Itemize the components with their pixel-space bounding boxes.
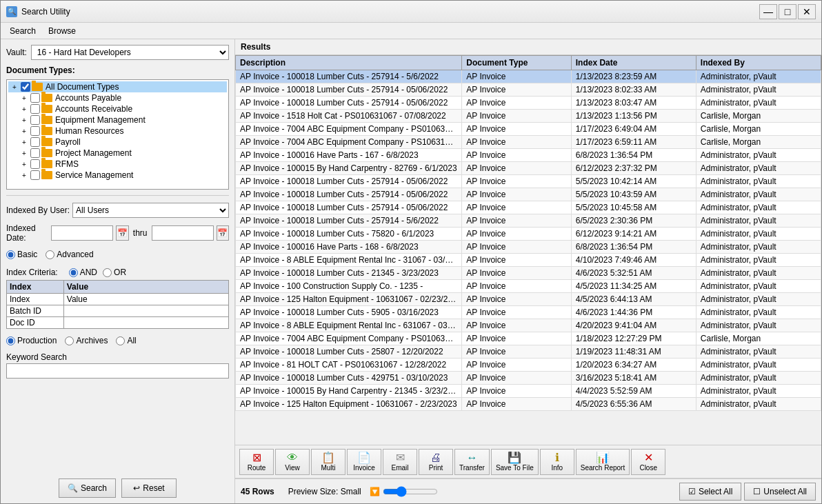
table-row[interactable]: AP Invoice - 100018 Lumber Cuts - 257914…: [236, 83, 821, 97]
results-table-container[interactable]: Description Document Type Index Date Ind…: [235, 55, 821, 445]
table-row[interactable]: AP Invoice - 100018 Lumber Cuts - 257914…: [236, 201, 821, 214]
transfer-button[interactable]: ↔ Transfer: [454, 449, 490, 475]
expand-icon-sm[interactable]: +: [19, 170, 29, 180]
table-row[interactable]: AP Invoice - 100018 Lumber Cuts - 257914…: [236, 214, 821, 228]
checkbox-hr[interactable]: [30, 126, 40, 136]
or-radio-label[interactable]: OR: [103, 268, 126, 277]
checkbox-sm[interactable]: [30, 170, 40, 180]
invoice-button[interactable]: 📄 Invoice: [347, 449, 381, 475]
criteria-value-input-3[interactable]: [67, 318, 225, 327]
tree-item-ap[interactable]: + Accounts Payable: [8, 92, 227, 103]
advanced-radio[interactable]: [46, 250, 54, 259]
table-row[interactable]: AP Invoice - 100016 Have Parts - 168 - 6…: [236, 241, 821, 254]
close-window-button[interactable]: ✕: [798, 4, 816, 19]
checkbox-ar[interactable]: [30, 104, 40, 114]
search-report-button[interactable]: 📊 Search Report: [576, 449, 630, 475]
save-to-file-button[interactable]: 💾 Save To File: [491, 449, 539, 475]
multi-button[interactable]: 📋 Multi: [311, 449, 345, 475]
table-row[interactable]: AP Invoice - 125 Halton Equipment - 1063…: [236, 398, 821, 411]
date-to-picker[interactable]: 📅: [217, 225, 229, 241]
expand-icon-hr[interactable]: +: [19, 126, 29, 136]
table-row[interactable]: AP Invoice - 100018 Lumber Cuts - 257914…: [236, 175, 821, 188]
checkbox-ap[interactable]: [30, 93, 40, 103]
table-row[interactable]: AP Invoice - 100018 Lumber Cuts - 257914…: [236, 188, 821, 201]
table-row[interactable]: AP Invoice - 7004 ABC Equipment Company …: [236, 123, 821, 136]
select-all-button[interactable]: ☑ Select All: [679, 483, 741, 501]
all-radio-label[interactable]: All: [116, 336, 136, 345]
expand-icon-pm[interactable]: +: [19, 148, 29, 158]
indexed-by-select[interactable]: All Users: [72, 203, 229, 218]
table-row[interactable]: AP Invoice - 100018 Lumber Cuts - 5905 -…: [236, 306, 821, 319]
checkbox-rfms[interactable]: [30, 159, 40, 169]
preview-slider[interactable]: [383, 486, 438, 497]
checkbox-payroll[interactable]: [30, 137, 40, 147]
criteria-value-input-2[interactable]: [67, 306, 225, 316]
view-button[interactable]: 👁 View: [275, 449, 310, 475]
close-button[interactable]: ✕ Close: [631, 449, 665, 475]
table-row[interactable]: AP Invoice - 100015 By Hand Carpentry - …: [236, 385, 821, 398]
and-radio-label[interactable]: AND: [69, 268, 97, 277]
expand-icon-equip[interactable]: +: [19, 115, 29, 125]
table-row[interactable]: AP Invoice - 8 ABLE Equipment Rental Inc…: [236, 319, 821, 332]
basic-radio[interactable]: [6, 250, 15, 259]
expand-icon-ap[interactable]: +: [19, 93, 29, 103]
date-from-picker[interactable]: 📅: [116, 225, 128, 241]
tree-item-hr[interactable]: + Human Resources: [8, 125, 227, 137]
report-icon: 📊: [596, 452, 610, 463]
tree-item-pm[interactable]: + Project Management: [8, 148, 227, 159]
basic-radio-label[interactable]: Basic: [6, 250, 37, 259]
checkbox-all[interactable]: [21, 82, 30, 92]
vault-select[interactable]: 16 - Hard Hat Developers: [31, 45, 229, 60]
archives-radio-label[interactable]: Archives: [65, 336, 108, 345]
or-radio[interactable]: [103, 268, 112, 277]
tree-item-sm[interactable]: + Service Management: [8, 170, 227, 181]
table-row[interactable]: AP Invoice - 100018 Lumber Cuts - 257914…: [236, 70, 821, 83]
archives-radio[interactable]: [65, 336, 74, 345]
info-button[interactable]: ℹ Info: [540, 449, 574, 475]
menu-browse[interactable]: Browse: [42, 24, 82, 38]
expand-icon-payroll[interactable]: +: [19, 137, 29, 147]
table-row[interactable]: AP Invoice - 100018 Lumber Cuts - 75820 …: [236, 228, 821, 241]
email-button[interactable]: ✉ Email: [383, 449, 417, 475]
tree-item-rfms[interactable]: + RFMS: [8, 159, 227, 170]
route-button[interactable]: ⊠ Route: [239, 449, 274, 475]
production-radio[interactable]: [6, 336, 15, 345]
expand-icon-ar[interactable]: +: [19, 104, 29, 114]
table-row[interactable]: AP Invoice - 7004 ABC Equipment Company …: [236, 332, 821, 345]
table-row[interactable]: AP Invoice - 100015 By Hand Carpentry - …: [236, 162, 821, 175]
main-window: 🔍 Search Utility — □ ✕ Search Browse Vau…: [0, 0, 822, 504]
print-button[interactable]: 🖨 Print: [419, 449, 453, 475]
checkbox-pm[interactable]: [30, 148, 40, 158]
search-button[interactable]: 🔍 Search: [59, 478, 116, 498]
all-radio[interactable]: [116, 336, 125, 345]
table-row[interactable]: AP Invoice - 100 Construction Supply Co.…: [236, 280, 821, 293]
keyword-input[interactable]: [6, 363, 229, 379]
date-to-input[interactable]: [152, 225, 214, 241]
checkbox-equip[interactable]: [30, 115, 40, 125]
menu-search[interactable]: Search: [3, 24, 42, 38]
tree-item-equip[interactable]: + Equipment Management: [8, 114, 227, 125]
tree-item-ar[interactable]: + Accounts Receivable: [8, 103, 227, 114]
table-row[interactable]: AP Invoice - 81 HOLT CAT - PS010631067 -…: [236, 359, 821, 372]
table-row[interactable]: AP Invoice - 100018 Lumber Cuts - 429751…: [236, 372, 821, 385]
minimize-button[interactable]: —: [759, 4, 777, 19]
advanced-radio-label[interactable]: Advanced: [46, 250, 93, 259]
production-radio-label[interactable]: Production: [6, 336, 57, 345]
table-row[interactable]: AP Invoice - 8 ABLE Equipment Rental Inc…: [236, 254, 821, 267]
reset-button[interactable]: ↩ Reset: [121, 478, 177, 498]
table-row[interactable]: AP Invoice - 100018 Lumber Cuts - 257914…: [236, 97, 821, 110]
maximize-button[interactable]: □: [779, 4, 796, 19]
table-row[interactable]: AP Invoice - 7004 ABC Equipment Company …: [236, 136, 821, 149]
and-radio[interactable]: [69, 268, 78, 277]
tree-item-all[interactable]: + All Document Types: [8, 81, 227, 92]
table-row[interactable]: AP Invoice - 125 Halton Equipment - 1063…: [236, 293, 821, 306]
table-row[interactable]: AP Invoice - 100016 Have Parts - 167 - 6…: [236, 149, 821, 162]
table-row[interactable]: AP Invoice - 100018 Lumber Cuts - 25807 …: [236, 345, 821, 359]
date-from-input[interactable]: [51, 225, 113, 241]
tree-item-payroll[interactable]: + Payroll: [8, 137, 227, 148]
table-row[interactable]: AP Invoice - 1518 Holt Cat - PS010631067…: [236, 110, 821, 123]
table-row[interactable]: AP Invoice - 100018 Lumber Cuts - 21345 …: [236, 267, 821, 280]
expand-icon-rfms[interactable]: +: [19, 159, 29, 169]
expand-icon-all[interactable]: +: [10, 82, 19, 92]
unselect-all-button[interactable]: ☐ Unselect All: [744, 483, 816, 501]
